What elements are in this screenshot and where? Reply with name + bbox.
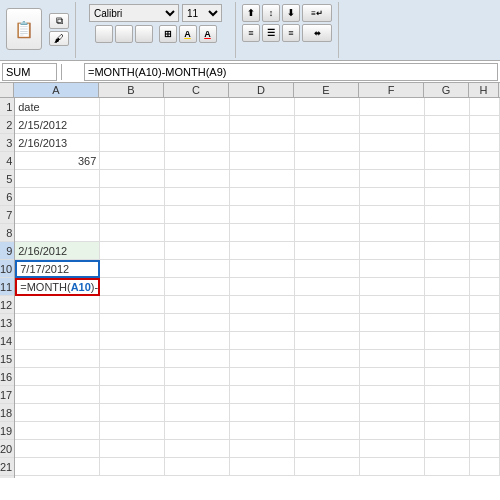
cell-h6[interactable] [470, 188, 500, 206]
align-top-button[interactable]: ⬆ [242, 4, 260, 22]
cell-h9[interactable] [470, 242, 500, 260]
cell-h18[interactable] [470, 404, 500, 422]
cell-c17[interactable] [165, 386, 230, 404]
cell-f19[interactable] [360, 422, 425, 440]
row-num-5[interactable]: 5 [0, 170, 14, 188]
cell-f21[interactable] [360, 458, 425, 476]
row-num-7[interactable]: 7 [0, 206, 14, 224]
cell-a21[interactable] [15, 458, 100, 476]
paste-button[interactable]: 📋 [6, 8, 42, 50]
cell-b16[interactable] [100, 368, 165, 386]
align-middle-button[interactable]: ↕ [262, 4, 280, 22]
cell-h20[interactable] [470, 440, 500, 458]
cell-b18[interactable] [100, 404, 165, 422]
cell-g20[interactable] [425, 440, 470, 458]
cell-g15[interactable] [425, 350, 470, 368]
cell-b20[interactable] [100, 440, 165, 458]
cell-e19[interactable] [295, 422, 360, 440]
cell-f20[interactable] [360, 440, 425, 458]
cell-a19[interactable] [15, 422, 100, 440]
cell-d6[interactable] [230, 188, 295, 206]
col-header-g[interactable]: G [424, 83, 469, 97]
cell-b19[interactable] [100, 422, 165, 440]
cell-b1[interactable] [100, 98, 165, 116]
cell-h2[interactable] [470, 116, 500, 134]
cell-d16[interactable] [230, 368, 295, 386]
col-header-b[interactable]: B [99, 83, 164, 97]
cell-h16[interactable] [470, 368, 500, 386]
cell-e6[interactable] [295, 188, 360, 206]
cell-e9[interactable] [295, 242, 360, 260]
row-num-11[interactable]: 11 [0, 278, 14, 296]
cell-f2[interactable] [360, 116, 425, 134]
cell-h15[interactable] [470, 350, 500, 368]
cell-e12[interactable] [295, 296, 360, 314]
cell-d3[interactable] [230, 134, 295, 152]
cell-c4[interactable] [165, 152, 230, 170]
cell-g11[interactable] [425, 278, 470, 296]
cell-a11[interactable]: =MONTH(A10)-MONTH(A9) [15, 278, 100, 296]
cell-e16[interactable] [295, 368, 360, 386]
cell-d17[interactable] [230, 386, 295, 404]
cell-e13[interactable] [295, 314, 360, 332]
cell-a6[interactable] [15, 188, 100, 206]
format-painter-button[interactable]: 🖌 [49, 31, 69, 46]
cell-h1[interactable] [470, 98, 500, 116]
cell-c11[interactable] [165, 278, 230, 296]
formula-input[interactable] [84, 63, 498, 81]
row-num-18[interactable]: 18 [0, 404, 14, 422]
name-box[interactable] [2, 63, 57, 81]
cell-a13[interactable] [15, 314, 100, 332]
cell-d10[interactable] [230, 260, 295, 278]
cell-h8[interactable] [470, 224, 500, 242]
cell-f16[interactable] [360, 368, 425, 386]
cell-g16[interactable] [425, 368, 470, 386]
cell-f6[interactable] [360, 188, 425, 206]
row-num-16[interactable]: 16 [0, 368, 14, 386]
cell-b8[interactable] [100, 224, 165, 242]
cell-e8[interactable] [295, 224, 360, 242]
cell-b6[interactable] [100, 188, 165, 206]
row-num-14[interactable]: 14 [0, 332, 14, 350]
align-right-button[interactable]: ≡ [282, 24, 300, 42]
col-header-c[interactable]: C [164, 83, 229, 97]
cell-g17[interactable] [425, 386, 470, 404]
cell-g18[interactable] [425, 404, 470, 422]
align-left-button[interactable]: ≡ [242, 24, 260, 42]
cell-f3[interactable] [360, 134, 425, 152]
cell-e21[interactable] [295, 458, 360, 476]
cell-f13[interactable] [360, 314, 425, 332]
cell-f9[interactable] [360, 242, 425, 260]
cell-c9[interactable] [165, 242, 230, 260]
cell-g4[interactable] [425, 152, 470, 170]
cell-d18[interactable] [230, 404, 295, 422]
row-num-17[interactable]: 17 [0, 386, 14, 404]
cell-b10[interactable] [100, 260, 165, 278]
row-num-12[interactable]: 12 [0, 296, 14, 314]
cell-f14[interactable] [360, 332, 425, 350]
cell-e7[interactable] [295, 206, 360, 224]
cell-g1[interactable] [425, 98, 470, 116]
cell-d11[interactable] [230, 278, 295, 296]
cell-g5[interactable] [425, 170, 470, 188]
cell-e14[interactable] [295, 332, 360, 350]
cell-e11[interactable] [295, 278, 360, 296]
cell-e17[interactable] [295, 386, 360, 404]
cell-h21[interactable] [470, 458, 500, 476]
cell-h7[interactable] [470, 206, 500, 224]
cell-b3[interactable] [100, 134, 165, 152]
cell-d12[interactable] [230, 296, 295, 314]
cell-b15[interactable] [100, 350, 165, 368]
cell-c15[interactable] [165, 350, 230, 368]
cell-e3[interactable] [295, 134, 360, 152]
cell-c6[interactable] [165, 188, 230, 206]
cell-f4[interactable] [360, 152, 425, 170]
align-center-button[interactable]: ☰ [262, 24, 280, 42]
cell-a4[interactable]: 367 [15, 152, 100, 170]
wrap-text-button[interactable]: ≡↵ [302, 4, 332, 22]
cell-c21[interactable] [165, 458, 230, 476]
cell-h4[interactable] [470, 152, 500, 170]
cell-d14[interactable] [230, 332, 295, 350]
cell-g2[interactable] [425, 116, 470, 134]
cell-c20[interactable] [165, 440, 230, 458]
